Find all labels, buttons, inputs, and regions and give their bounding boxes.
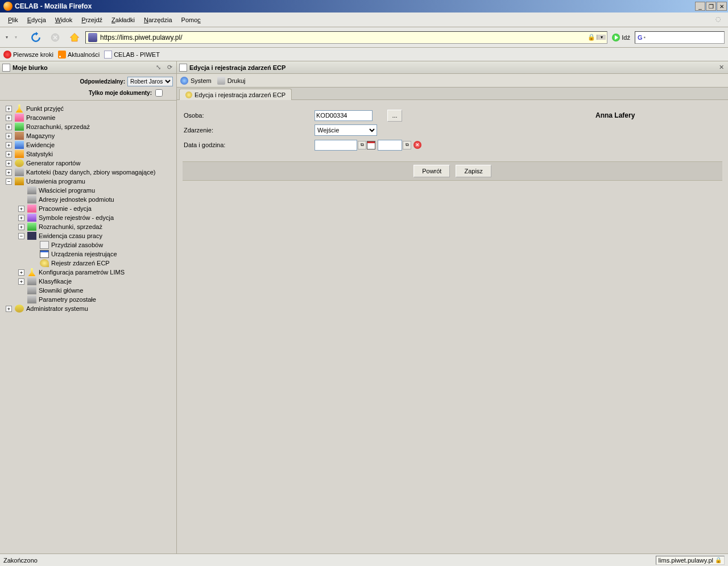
search-box[interactable]: G ▪ — [635, 31, 725, 44]
status-host: lims.piwet.pulawy.pl 🔒 — [656, 556, 725, 565]
panel-icon — [179, 64, 187, 72]
stop-icon — [50, 32, 60, 43]
page-icon — [104, 51, 112, 59]
nav-forward-button[interactable]: ▾ — [13, 30, 19, 45]
tree-node-admin[interactable]: +Administrator systemu — [1, 304, 175, 313]
content-panel: Edycja i rejestracja zdarzeń ECP ✕ Syste… — [177, 61, 728, 553]
osoba-lookup-button[interactable]: ... — [387, 110, 402, 122]
tree-node-slowniki[interactable]: Słowniki główne — [1, 286, 175, 295]
tree-node-prac-ed[interactable]: +Pracownie - edycja — [1, 204, 175, 213]
nav-back-button[interactable]: ▾ — [3, 30, 10, 45]
tree-node-pracownie[interactable]: +Pracownie — [1, 113, 175, 122]
bookmark-first-steps[interactable]: Pierwsze kroki — [3, 51, 53, 59]
sidebar-title: Moje biurko — [13, 64, 151, 71]
navigation-tree: +Punkt przyjęć +Pracownie +Rozrachunki, … — [0, 101, 176, 553]
lock-icon: 🔒 — [715, 557, 722, 563]
tree-node-parametry[interactable]: Parametry pozostałe — [1, 295, 175, 304]
tree-node-wlasciciel[interactable]: Właściciel programu — [1, 186, 175, 195]
content-title: Edycja i rejestracja zdarzeń ECP — [189, 64, 714, 71]
date-input[interactable] — [315, 140, 357, 151]
tree-node-punkt[interactable]: +Punkt przyjęć — [1, 104, 175, 113]
tree-node-rozrachunki[interactable]: +Rozrachunki, sprzedaż — [1, 122, 175, 131]
menu-bookmarks[interactable]: Zakładki — [107, 15, 139, 25]
url-bar[interactable]: 🔒 ▾ — [85, 31, 607, 44]
chevron-down-icon: ▾ — [14, 35, 18, 40]
menu-help[interactable]: Pomoc — [177, 15, 205, 25]
tree-node-generator[interactable]: +Generator raportów — [1, 159, 175, 168]
content-title-bar: Edycja i rejestracja zdarzeń ECP ✕ — [177, 61, 728, 74]
tree-node-adresy[interactable]: Adresy jednostek podmiotu — [1, 195, 175, 204]
close-button[interactable]: ✕ — [717, 2, 727, 11]
tree-node-konfig[interactable]: +Konfiguracja parametrów LIMS — [1, 268, 175, 277]
print-menu[interactable]: Drukuj — [217, 77, 246, 85]
stop-button[interactable] — [47, 30, 64, 45]
reload-button[interactable] — [27, 30, 44, 45]
zdarzenie-select[interactable]: Wejście — [315, 124, 377, 136]
menu-tools[interactable]: Narzędzia — [139, 15, 177, 25]
panel-icon — [2, 64, 10, 72]
back-button[interactable]: Powrót — [413, 165, 450, 177]
tree-node-ustawienia[interactable]: −Ustawienia programu — [1, 177, 175, 186]
bookmark-celab[interactable]: CELAB - PIWET — [104, 51, 160, 59]
minimize-button[interactable]: _ — [695, 2, 705, 11]
lab-icon — [15, 114, 24, 122]
tree-node-rozr-sub[interactable]: +Rozrachunki, sprzedaż — [1, 222, 175, 231]
tree-node-urzadzenia[interactable]: Urządzenia rejestrujące — [1, 249, 175, 259]
date-picker-button[interactable]: ⧉ — [358, 141, 366, 149]
menu-view[interactable]: Widok — [51, 15, 77, 25]
tools-icon — [15, 177, 24, 185]
osoba-label: Osoba: — [183, 112, 315, 119]
responsible-select[interactable]: Robert Jaros — [127, 77, 173, 86]
only-mine-checkbox[interactable] — [155, 89, 163, 97]
config-icon — [27, 268, 36, 276]
refresh-icon[interactable]: ⟳ — [165, 63, 174, 72]
device-icon — [40, 250, 49, 258]
panel-close-button[interactable]: ✕ — [717, 63, 726, 72]
tree-node-ecp[interactable]: −Ewidencja czasu pracy — [1, 231, 175, 240]
tree-node-magazyny[interactable]: +Magazyny — [1, 131, 175, 140]
time-input[interactable] — [378, 140, 402, 151]
bookmarks-bar: Pierwsze kroki Aktualności CELAB - PIWET — [0, 48, 728, 61]
report-icon — [15, 159, 24, 167]
tree-node-kartoteki[interactable]: +Kartoteki (bazy danych, zbiory wspomaga… — [1, 168, 175, 177]
home-icon — [69, 32, 80, 43]
save-button[interactable]: Zapisz — [456, 165, 491, 177]
system-menu[interactable]: System — [180, 77, 212, 85]
collapse-icon[interactable]: ⤡ — [154, 63, 163, 72]
go-button[interactable]: Idź — [610, 34, 632, 41]
osoba-input[interactable] — [315, 110, 373, 121]
tree-node-ewidencje[interactable]: +Ewidencje — [1, 140, 175, 149]
chevron-down-icon: ▾ — [5, 35, 9, 40]
rss-icon — [58, 51, 66, 59]
url-input[interactable] — [98, 34, 586, 41]
ecp-icon — [27, 232, 36, 240]
home-button[interactable] — [66, 30, 83, 45]
calendar-icon[interactable] — [367, 141, 375, 149]
window-title: CELAB - Mozilla Firefox — [15, 2, 694, 10]
data-label: Data i godzina: — [183, 142, 315, 148]
url-dropdown[interactable]: ▾ — [597, 35, 606, 40]
time-picker-button[interactable]: ⧉ — [403, 141, 411, 149]
tree-node-rejestr[interactable]: Rejestr zdarzeń ECP — [1, 259, 175, 268]
tree-node-klasyfik[interactable]: +Klasyfikacje — [1, 277, 175, 286]
form-buttons: Powrót Zapisz — [183, 161, 722, 181]
warehouse-icon — [15, 132, 24, 140]
params-icon — [27, 296, 36, 303]
tab-ecp[interactable]: Edycja i rejestracja zdarzeń ECP — [179, 89, 292, 100]
tree-node-symbole[interactable]: +Symbole rejestrów - edycja — [1, 213, 175, 222]
maximize-button[interactable]: ❐ — [706, 2, 716, 11]
admin-icon — [15, 305, 24, 313]
tree-node-statystyki[interactable]: +Statystyki — [1, 149, 175, 159]
money-icon — [15, 123, 24, 131]
resource-icon — [40, 241, 49, 249]
menu-file[interactable]: Plik — [3, 15, 23, 25]
clear-button[interactable]: ✕ — [413, 141, 421, 149]
printer-icon — [217, 77, 225, 85]
menu-go[interactable]: Przejdź — [77, 15, 107, 25]
menu-edit[interactable]: Edycja — [23, 15, 51, 25]
lock-icon: 🔒 — [586, 34, 597, 41]
bookmark-news[interactable]: Aktualności — [58, 51, 100, 59]
only-mine-label: Tylko moje dokumenty: — [89, 90, 152, 96]
tree-node-przydzial[interactable]: Przydział zasobów — [1, 240, 175, 249]
form: Osoba: ... Anna Lafery Zdarzenie: Wejści… — [177, 100, 728, 189]
